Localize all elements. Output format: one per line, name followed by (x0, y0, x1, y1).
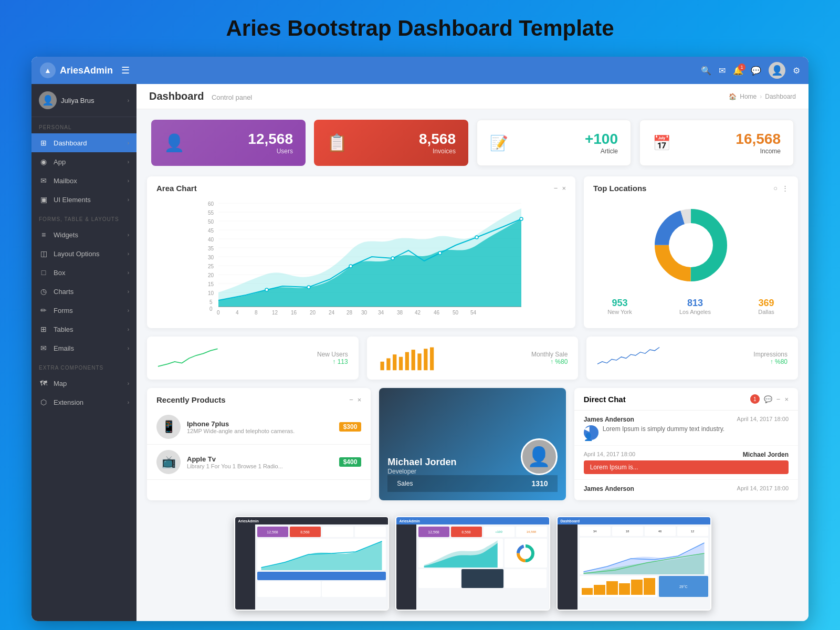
sidebar-item-emails[interactable]: ✉ Emails › (32, 339, 136, 358)
search-icon[interactable]: 🔍 (701, 66, 711, 76)
sidebar-label-ui-elements: UI Elements (54, 196, 122, 204)
profile-avatar: 👤 (521, 438, 558, 475)
sidebar-label-app: App (54, 158, 122, 166)
sidebar-item-charts[interactable]: ◷ Charts › (32, 282, 136, 301)
donut-stats: 953 New York 813 Los Angeles 369 Dallas (584, 292, 798, 320)
recently-products-close[interactable]: × (358, 396, 362, 404)
thumbnail-1[interactable]: AriesAdmin 12,568 8,568 (234, 516, 389, 611)
recently-products-header: Recently Products − × (147, 388, 371, 410)
mini-stat-new-users: New Users ↑ 113 (147, 337, 359, 380)
chat-minimize[interactable]: − (776, 395, 781, 403)
bell-icon[interactable]: 🔔 1 (733, 66, 743, 76)
svg-text:60: 60 (208, 201, 214, 207)
stat-card-users[interactable]: 👤 12,568 Users (151, 120, 306, 166)
svg-point-31 (520, 217, 523, 220)
map-icon: 🗺 (39, 379, 48, 387)
product-item-iphone[interactable]: 📱 Iphone 7plus 12MP Wide-angle and telep… (147, 410, 371, 445)
sidebar-item-extension[interactable]: ⬡ Extension › (32, 393, 136, 412)
chat-icon[interactable]: 💬 (751, 66, 761, 76)
top-navigation: ▲ AriesAdmin ☰ 🔍 ✉ 🔔 1 💬 👤 ⚙ (32, 57, 808, 84)
thumb3-chart (580, 538, 708, 574)
sidebar-item-map[interactable]: 🗺 Map › (32, 374, 136, 393)
impressions-info: Impressions ↑ %80 (753, 351, 788, 365)
stat-card-income[interactable]: 📅 16,568 Income (639, 120, 794, 166)
thumb1-bar (257, 572, 386, 580)
svg-text:34: 34 (378, 310, 384, 316)
sidebar-item-mailbox[interactable]: ✉ Mailbox › (32, 171, 136, 190)
article-stat-value: +100 (585, 131, 618, 148)
dashboard-wrapper: ▲ AriesAdmin ☰ 🔍 ✉ 🔔 1 💬 👤 ⚙ 👤 Juliya Br… (32, 57, 808, 621)
chat-message-header-2: Michael Jorden April 14, 2017 18:00 (584, 451, 789, 458)
monthly-sale-chart (377, 345, 440, 371)
thumb2-donut (505, 539, 547, 568)
svg-point-51 (669, 223, 713, 267)
article-stat-icon: 📝 (490, 134, 508, 152)
top-locations-refresh[interactable]: ○ (773, 184, 778, 192)
svg-text:20: 20 (208, 272, 214, 278)
svg-text:28: 28 (346, 310, 353, 316)
svg-rect-52 (380, 362, 384, 370)
sidebar-label-emails: Emails (54, 344, 122, 352)
gear-icon[interactable]: ⚙ (793, 66, 800, 76)
stat-card-invoices[interactable]: 📋 8,568 Invoices (314, 120, 468, 166)
chat-message-header-3: James Anderson April 14, 2017 18:00 (584, 485, 789, 492)
sidebar-label-mailbox: Mailbox (54, 177, 122, 185)
svg-point-25 (265, 288, 268, 291)
chat-message-1: James Anderson April 14, 2017 18:00 ◀ 👤 … (574, 411, 798, 446)
sidebar-item-forms[interactable]: ✏ Forms › (32, 301, 136, 320)
sidebar-arrow-mailbox: › (128, 178, 129, 184)
svg-point-30 (475, 236, 478, 239)
svg-point-27 (349, 265, 352, 268)
product-item-appletv[interactable]: 📺 Apple Tv Library 1 For You 1 Browse 1 … (147, 445, 371, 480)
chat-avatar-1: ◀ 👤 (584, 425, 598, 440)
sidebar-item-widgets[interactable]: ≡ Widgets › (32, 225, 136, 244)
stat-card-article[interactable]: 📝 +100 Article (477, 120, 631, 166)
invoices-stat-icon: 📋 (327, 133, 348, 153)
svg-text:38: 38 (397, 310, 403, 316)
recently-products-minimize[interactable]: − (349, 396, 353, 404)
svg-text:15: 15 (208, 281, 214, 287)
chat-sender-3: James Anderson (584, 485, 634, 492)
svg-rect-60 (430, 348, 434, 371)
sidebar-section-personal: PERSONAL (32, 117, 136, 133)
thumbnails-section: AriesAdmin 12,568 8,568 (136, 511, 808, 621)
sidebar-arrow-emails: › (128, 345, 129, 351)
sidebar-item-app[interactable]: ◉ App › (32, 152, 136, 171)
content-header: Dashboard Control panel 🏠 Home › Dashboa… (136, 84, 808, 109)
thumb3-header: Dashboard (558, 517, 710, 524)
svg-text:55: 55 (208, 210, 214, 216)
new-users-change: ↑ 113 (317, 358, 348, 365)
recently-products-actions: − × (349, 396, 361, 404)
top-locations-menu[interactable]: ⋮ (782, 184, 789, 192)
chat-close[interactable]: × (784, 395, 789, 403)
sidebar-user[interactable]: 👤 Juliya Brus › (32, 84, 136, 117)
thumb3-bottom: 29°C (580, 576, 708, 597)
chat-action-bubble[interactable]: 💬 (764, 395, 772, 403)
new-users-label: New Users (317, 351, 348, 358)
sidebar-item-ui-elements[interactable]: ▣ UI Elements › (32, 190, 136, 209)
sidebar-label-charts: Charts (54, 288, 122, 296)
invoices-stat-info: 8,568 Invoices (419, 131, 456, 155)
sidebar-arrow-dashboard: › (128, 140, 129, 146)
hamburger-button[interactable]: ☰ (121, 65, 130, 76)
area-chart-minimize[interactable]: − (554, 184, 558, 192)
sidebar-item-box[interactable]: □ Box › (32, 263, 136, 282)
sidebar-item-layout[interactable]: ◫ Layout Options › (32, 244, 136, 263)
sidebar-arrow-charts: › (128, 289, 129, 295)
breadcrumb-home[interactable]: Home (740, 93, 757, 100)
area-chart-close[interactable]: × (562, 184, 566, 192)
invoices-stat-value: 8,568 (419, 131, 456, 148)
svg-text:45: 45 (208, 228, 214, 234)
sidebar-section-forms: FORMS, TABLE & LAYOUTS (32, 209, 136, 225)
area-chart-actions: − × (554, 184, 566, 192)
sidebar-arrow-app: › (128, 159, 129, 165)
impressions-chart (597, 345, 660, 371)
avatar[interactable]: 👤 (769, 62, 785, 79)
sidebar-item-dashboard[interactable]: ⊞ Dashboard › (32, 133, 136, 152)
thumbnail-3[interactable]: Dashboard 34 18 46 12 (556, 516, 711, 611)
svg-text:50: 50 (453, 310, 459, 316)
thumbnail-2[interactable]: AriesAdmin 12,568 8,568 +100 16,568 (395, 516, 550, 611)
content-title: Dashboard (149, 90, 204, 102)
mail-icon[interactable]: ✉ (719, 66, 726, 76)
sidebar-item-tables[interactable]: ⊞ Tables › (32, 320, 136, 339)
